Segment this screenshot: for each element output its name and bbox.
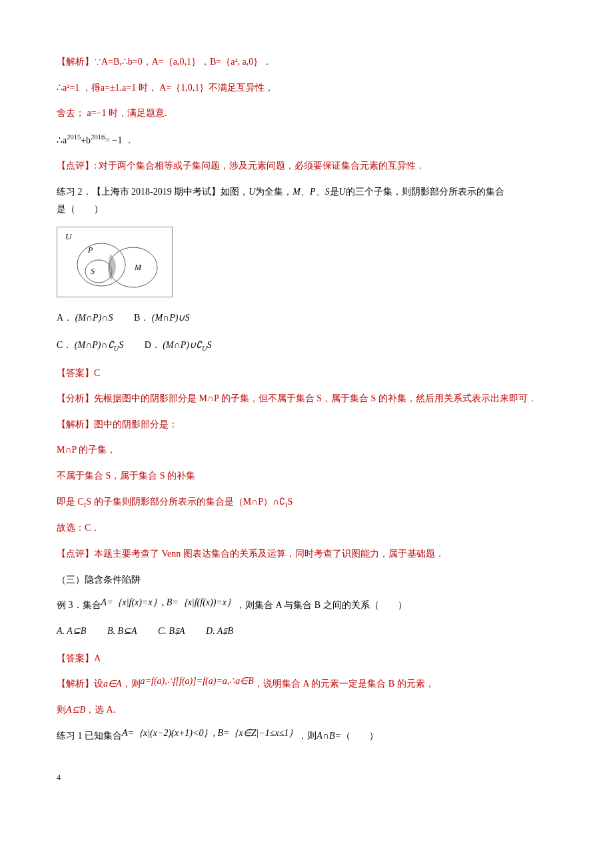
venn-set-S — [85, 260, 112, 283]
para-14: 【点评】本题主要考查了 Venn 图表达集合的关系及运算，同时考查了识图能力，属… — [57, 545, 553, 563]
text-p7: 【答案】C — [57, 368, 100, 378]
math-p20-expr: A=｛x|(x−2)(x+1)<0｝, B=｛x∈Z|−1≤x≤1｝ — [122, 728, 298, 738]
options-row-3: A. A⊆B B. B⊆A C. B⫋A D. A⫋B — [57, 623, 553, 641]
option-C-expr-c: S — [119, 340, 123, 350]
text-p6f: 的三个子集，则阴影部分所表示的集合 — [346, 187, 504, 197]
venn-label-U: U — [65, 231, 73, 241]
text-p10: M∩P 的子集， — [57, 445, 116, 455]
option-C-label: C． — [57, 340, 72, 350]
text-p15: （三）隐含条件陷阱 — [57, 575, 141, 585]
text-p6d: 、 — [316, 187, 325, 197]
option-A-expr: (M∩P)∩S — [75, 313, 113, 323]
para-2: ∴a²=1 ，得a=±1.a=1 时， A=｛1,0,1｝不满足互异性， — [57, 79, 553, 97]
options-row-1: A． (M∩P)∩S B． (M∩P)∪S — [57, 309, 553, 327]
option-D: D． (M∩P)∪∁US — [145, 337, 212, 355]
text-p18e: ，说明集合 A 的元素一定是集合 B 的元素， — [254, 679, 434, 689]
text-p6c: 、 — [301, 187, 310, 197]
para-15: （三）隐含条件陷阱 — [57, 571, 553, 589]
venn-shaded-region — [108, 254, 116, 281]
option-A: A． (M∩P)∩S — [57, 309, 113, 327]
venn-set-M — [109, 247, 157, 287]
option-B: B． (M∩P)∪S — [134, 309, 190, 327]
text-p6g: 是（ ） — [57, 204, 103, 214]
text-p6e: 是 — [330, 187, 339, 197]
para-3: 舍去； a=−1 时，满足题意. — [57, 105, 553, 123]
venn-set-P — [77, 243, 125, 286]
text-p18d: a=f(a),∴f[f(a)]=f(a)=a,∴a∈B — [141, 676, 254, 686]
option-A-label: A． — [57, 313, 73, 323]
text-p20a: 练习 1 已知集合 — [57, 731, 122, 741]
text-p16b: ，则集合 A 与集合 B 之间的关系（ ） — [236, 600, 407, 610]
text-p19b: A⊆B — [66, 705, 85, 715]
text-p18c: ，则 — [122, 679, 141, 689]
option-D-label: D． — [145, 340, 161, 350]
para-18: 【解析】设a∈A，则a=f(a),∴f[f(a)]=f(a)=a,∴a∈B，说明… — [57, 675, 553, 693]
para-13: 故选：C． — [57, 519, 553, 537]
math-U2: U — [339, 187, 346, 197]
text-p4-suffix: = −1 ． — [105, 135, 134, 145]
text-p4-mid: +b — [81, 135, 91, 145]
para-17: 【答案】A — [57, 650, 553, 668]
text-p14: 【点评】本题主要考查了 Venn 图表达集合的关系及运算，同时考查了识图能力，属… — [57, 549, 444, 559]
math-S: S — [325, 187, 330, 197]
venn-svg: U P S M — [57, 227, 172, 297]
venn-diagram: U P S M — [57, 227, 173, 297]
math-M: M — [293, 187, 301, 197]
text-p1: 【解析】∵A=B,∴b=0，A=｛a,0,1｝，B=｛a², a,0｝． — [57, 57, 272, 67]
text-p18a: 【解析】设 — [57, 679, 103, 689]
text-p8: 【分析】先根据图中的阴影部分是 M∩P 的子集，但不属于集合 S，属于集合 S … — [57, 393, 537, 403]
para-6: 练习 2．【上海市 2018-2019 期中考试】如图，U为全集，M、P、S是U… — [57, 183, 553, 219]
text-p20d: （ ） — [341, 731, 378, 741]
text-p5: 【点评】: 对于两个集合相等或子集问题，涉及元素问题，必须要保证集合元素的互异性… — [57, 161, 425, 171]
text-p20b: ，则 — [298, 731, 316, 741]
option-D-expr-c: S — [207, 340, 212, 350]
text-p6a: 练习 2．【上海市 2018-2019 期中考试】如图， — [57, 187, 249, 197]
para-20: 练习 1 已知集合A=｛x|(x−2)(x+1)<0｝, B=｛x∈Z|−1≤x… — [57, 727, 553, 745]
option3-A: A. A⊆B — [57, 623, 86, 641]
math-p16-expr: A=｛x|f(x)=x｝, B=｛x|f(f(x))=x｝ — [101, 597, 237, 607]
option-B-label: B． — [134, 313, 149, 323]
para-9: 【解析】图中的阴影部分是： — [57, 416, 553, 434]
option-D-expr-a: (M∩P)∪∁ — [163, 340, 202, 350]
para-12: 即是 CIS 的子集则阴影部分所表示的集合是（M∩P）∩∁IS — [57, 493, 553, 512]
text-p12a: 即是 C — [57, 497, 84, 507]
para-16: 例 3．集合A=｛x|f(x)=x｝, B=｛x|f(f(x))=x｝，则集合 … — [57, 597, 553, 615]
para-19: 则A⊆B，选 A. — [57, 701, 553, 719]
math-P: P — [310, 187, 316, 197]
text-p2: ∴a²=1 ，得a=±1.a=1 时， A=｛1,0,1｝不满足互异性， — [57, 83, 274, 93]
option-B-expr: (M∩P)∪S — [152, 313, 190, 323]
venn-label-P: P — [87, 245, 93, 255]
page-number: 4 — [57, 770, 553, 785]
para-5: 【点评】: 对于两个集合相等或子集问题，涉及元素问题，必须要保证集合元素的互异性… — [57, 157, 553, 175]
text-p4-prefix: ∴a — [57, 135, 67, 145]
option3-C: C. B⫋A — [158, 623, 185, 641]
text-p4-sup1: 2015 — [67, 133, 81, 141]
math-U: U — [249, 187, 255, 197]
text-p6b: 为全集， — [255, 187, 293, 197]
math-p20c: A∩B= — [316, 731, 341, 741]
venn-label-M: M — [134, 263, 142, 272]
text-p3: 舍去； a=−1 时，满足题意. — [57, 108, 167, 118]
text-p17: 【答案】A — [57, 653, 101, 663]
text-p19a: 则 — [57, 705, 66, 715]
options-row-2: C． (M∩P)∩∁US D． (M∩P)∪∁US — [57, 337, 553, 355]
option3-B: B. B⊆A — [107, 623, 137, 641]
venn-label-S: S — [91, 267, 95, 276]
option-D-expr-b: U — [202, 345, 207, 352]
text-p19c: ，选 A. — [85, 705, 115, 715]
para-10: M∩P 的子集， — [57, 441, 553, 459]
para-8: 【分析】先根据图中的阴影部分是 M∩P 的子集，但不属于集合 S，属于集合 S … — [57, 390, 553, 408]
option3-D: D. A⫋B — [206, 623, 233, 641]
para-1: 【解析】∵A=B,∴b=0，A=｛a,0,1｝，B=｛a², a,0｝． — [57, 53, 553, 71]
text-p12c: S 的子集则阴影部分所表示的集合是（M∩P）∩∁ — [86, 497, 285, 507]
para-7: 【答案】C — [57, 365, 553, 383]
text-p4-sup2: 2016 — [91, 133, 105, 141]
option-C-expr-a: (M∩P)∩∁ — [75, 340, 114, 350]
text-p13: 故选：C． — [57, 523, 100, 533]
text-p12e: S — [288, 497, 293, 507]
text-p11: 不属于集合 S，属于集合 S 的补集 — [57, 471, 195, 481]
para-11: 不属于集合 S，属于集合 S 的补集 — [57, 467, 553, 485]
para-4: ∴a2015+b2016= −1 ． — [57, 131, 553, 149]
text-p16a: 例 3．集合 — [57, 600, 101, 610]
option-C: C． (M∩P)∩∁US — [57, 337, 123, 355]
